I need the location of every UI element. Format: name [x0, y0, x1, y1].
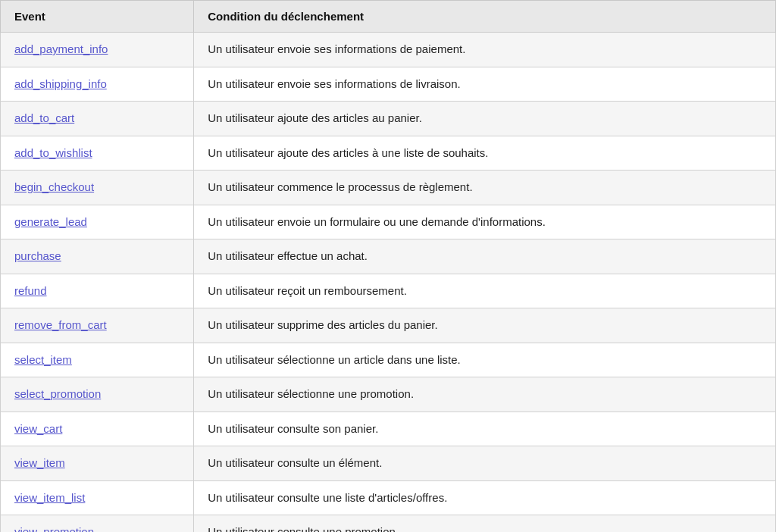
event-link[interactable]: remove_from_cart — [14, 318, 107, 331]
event-link[interactable]: select_item — [14, 353, 72, 366]
table-row: select_itemUn utilisateur sélectionne un… — [1, 343, 776, 377]
event-cell: add_payment_info — [1, 33, 194, 67]
condition-cell: Un utilisateur consulte une promotion. — [194, 515, 776, 533]
event-cell: purchase — [1, 239, 194, 274]
table-row: remove_from_cartUn utilisateur supprime … — [1, 308, 776, 343]
event-cell: view_promotion — [1, 515, 194, 533]
event-link[interactable]: add_to_cart — [14, 111, 74, 124]
condition-cell: Un utilisateur envoie ses informations d… — [194, 67, 776, 102]
condition-cell: Un utilisateur ajoute des articles à une… — [194, 136, 776, 171]
condition-cell: Un utilisateur sélectionne un article da… — [194, 343, 776, 377]
event-link[interactable]: select_promotion — [14, 387, 101, 400]
event-cell: select_promotion — [1, 377, 194, 412]
event-link[interactable]: refund — [14, 284, 47, 297]
event-link[interactable]: view_item_list — [14, 491, 85, 504]
event-link[interactable]: view_promotion — [14, 525, 94, 532]
condition-cell: Un utilisateur effectue un achat. — [194, 239, 776, 274]
table-row: refundUn utilisateur reçoit un rembourse… — [1, 274, 776, 308]
main-container: Event Condition du déclenchement add_pay… — [0, 0, 776, 532]
condition-cell: Un utilisateur sélectionne une promotion… — [194, 377, 776, 412]
event-cell: generate_lead — [1, 205, 194, 239]
event-cell: add_to_wishlist — [1, 136, 194, 171]
header-condition: Condition du déclenchement — [194, 1, 776, 33]
event-cell: select_item — [1, 343, 194, 377]
event-cell: view_item — [1, 446, 194, 481]
condition-cell: Un utilisateur consulte une liste d'arti… — [194, 480, 776, 515]
table-header-row: Event Condition du déclenchement — [1, 1, 776, 33]
event-cell: view_item_list — [1, 480, 194, 515]
event-link[interactable]: begin_checkout — [14, 180, 94, 193]
event-link[interactable]: view_cart — [14, 422, 62, 435]
table-row: view_item_listUn utilisateur consulte un… — [1, 480, 776, 515]
event-cell: add_shipping_info — [1, 67, 194, 102]
condition-cell: Un utilisateur supprime des articles du … — [194, 308, 776, 343]
table-row: add_to_wishlistUn utilisateur ajoute des… — [1, 136, 776, 171]
condition-cell: Un utilisateur ajoute des articles au pa… — [194, 102, 776, 136]
event-link[interactable]: generate_lead — [14, 215, 87, 228]
table-row: add_to_cartUn utilisateur ajoute des art… — [1, 102, 776, 136]
table-row: generate_leadUn utilisateur envoie un fo… — [1, 205, 776, 239]
condition-cell: Un utilisateur consulte son panier. — [194, 412, 776, 446]
event-cell: remove_from_cart — [1, 308, 194, 343]
condition-cell: Un utilisateur reçoit un remboursement. — [194, 274, 776, 308]
event-cell: add_to_cart — [1, 102, 194, 136]
event-link[interactable]: add_to_wishlist — [14, 146, 92, 159]
table-row: purchaseUn utilisateur effectue un achat… — [1, 239, 776, 274]
event-cell: refund — [1, 274, 194, 308]
event-cell: begin_checkout — [1, 171, 194, 205]
condition-cell: Un utilisateur envoie ses informations d… — [194, 33, 776, 67]
table-row: view_promotionUn utilisateur consulte un… — [1, 515, 776, 533]
table-row: add_shipping_infoUn utilisateur envoie s… — [1, 67, 776, 102]
table-row: begin_checkoutUn utilisateur commence le… — [1, 171, 776, 205]
table-row: add_payment_infoUn utilisateur envoie se… — [1, 33, 776, 67]
table-row: view_itemUn utilisateur consulte un élém… — [1, 446, 776, 481]
event-link[interactable]: add_payment_info — [14, 42, 108, 55]
event-link[interactable]: view_item — [14, 456, 65, 469]
header-event: Event — [1, 1, 194, 33]
table-row: view_cartUn utilisateur consulte son pan… — [1, 412, 776, 446]
table-row: select_promotionUn utilisateur sélection… — [1, 377, 776, 412]
event-link[interactable]: purchase — [14, 249, 61, 262]
events-table: Event Condition du déclenchement add_pay… — [0, 0, 776, 532]
event-link[interactable]: add_shipping_info — [14, 77, 107, 90]
event-cell: view_cart — [1, 412, 194, 446]
condition-cell: Un utilisateur consulte un élément. — [194, 446, 776, 481]
condition-cell: Un utilisateur commence le processus de … — [194, 171, 776, 205]
condition-cell: Un utilisateur envoie un formulaire ou u… — [194, 205, 776, 239]
